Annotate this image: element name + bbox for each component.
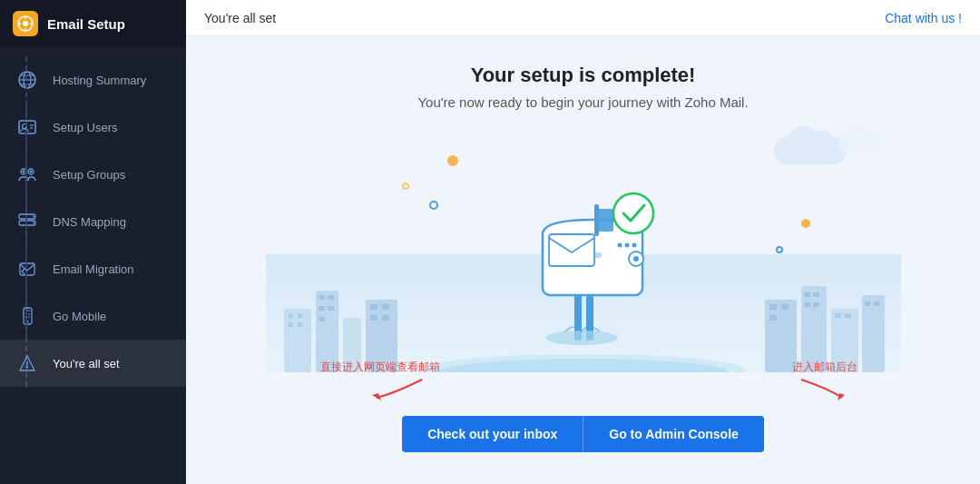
svg-rect-48: [382, 304, 389, 310]
sidebar-item-hosting-summary[interactable]: Hosting Summary: [0, 56, 186, 104]
svg-point-74: [632, 242, 636, 247]
users-icon: [13, 113, 42, 142]
svg-rect-23: [20, 263, 34, 275]
svg-rect-29: [25, 316, 27, 318]
svg-point-18: [30, 171, 33, 173]
svg-rect-62: [845, 313, 851, 318]
sidebar-item-dns-mapping[interactable]: DNS Mapping: [0, 198, 186, 245]
svg-rect-24: [24, 308, 32, 324]
svg-rect-52: [769, 304, 777, 310]
group-icon: [13, 160, 42, 189]
check-inbox-button[interactable]: Check out your inbox: [402, 416, 583, 452]
mobile-icon: [13, 301, 42, 331]
annotation-left: 直接进入网页端查看邮箱: [320, 360, 440, 402]
circle-deco-1: [429, 201, 438, 210]
svg-point-31: [26, 366, 28, 368]
svg-point-21: [33, 216, 34, 218]
svg-point-81: [545, 331, 618, 345]
svg-rect-47: [370, 304, 377, 310]
cloud-right: [774, 137, 847, 164]
arrow-left: [349, 375, 440, 402]
topbar-breadcrumb: You're all set: [204, 11, 276, 25]
svg-rect-63: [862, 295, 885, 372]
svg-rect-54: [769, 315, 777, 321]
svg-point-12: [23, 124, 27, 129]
svg-point-78: [613, 193, 653, 233]
svg-rect-11: [19, 121, 35, 133]
arrow-right: [792, 375, 865, 402]
sidebar-item-setup-users[interactable]: Setup Users: [0, 104, 186, 151]
illustration-area: [266, 128, 901, 372]
sidebar-item-dns-mapping-label: DNS Mapping: [53, 215, 126, 229]
annotation-left-text: 直接进入网页端查看邮箱: [320, 360, 440, 375]
dot-yellow-3: [801, 219, 810, 228]
migration-icon: [13, 254, 42, 283]
sidebar-item-email-migration-label: Email Migration: [53, 262, 134, 276]
dot-yellow-1: [447, 155, 458, 166]
svg-rect-35: [289, 313, 293, 318]
svg-rect-49: [370, 315, 377, 321]
globe-icon: [13, 65, 42, 94]
svg-point-72: [617, 242, 622, 247]
sidebar-item-hosting-summary-label: Hosting Summary: [53, 74, 146, 87]
sidebar-item-setup-groups[interactable]: Setup Groups: [0, 151, 186, 198]
sidebar-item-go-mobile-label: Go Mobile: [53, 310, 106, 323]
svg-rect-42: [318, 306, 325, 311]
setup-complete-subtitle: You're now ready to begin your journey w…: [417, 94, 748, 110]
svg-point-25: [27, 321, 29, 322]
svg-point-22: [33, 222, 34, 224]
svg-rect-30: [28, 316, 30, 318]
svg-rect-57: [813, 292, 819, 297]
main-content: You're all set Chat with us ! Your setup…: [186, 0, 980, 484]
svg-rect-77: [594, 204, 599, 236]
bottom-actions: Check out your inbox Go to Admin Console: [402, 407, 764, 466]
svg-rect-65: [874, 301, 879, 306]
sidebar-logo: [13, 11, 38, 36]
sidebar-item-go-mobile[interactable]: Go Mobile: [0, 292, 186, 340]
cloud-right-small: [838, 133, 883, 153]
svg-rect-37: [289, 322, 293, 327]
chat-link[interactable]: Chat with us !: [885, 11, 962, 25]
svg-point-17: [23, 171, 25, 173]
svg-rect-61: [835, 313, 841, 318]
complete-icon: [13, 349, 42, 378]
circle-deco-2: [776, 246, 783, 253]
annotation-right-text: 进入邮箱后台: [792, 360, 858, 375]
svg-rect-43: [328, 306, 334, 311]
topbar: You're all set Chat with us !: [186, 0, 980, 36]
svg-rect-36: [298, 313, 302, 318]
svg-marker-83: [838, 393, 845, 400]
sidebar-item-youre-all-set-label: You're all set: [53, 357, 120, 370]
svg-rect-75: [549, 234, 594, 266]
svg-rect-40: [318, 295, 325, 300]
sidebar-item-setup-users-label: Setup Users: [53, 121, 118, 134]
svg-marker-82: [372, 393, 381, 400]
svg-rect-76: [597, 209, 613, 232]
svg-point-1: [23, 21, 28, 26]
svg-rect-64: [865, 301, 870, 306]
svg-rect-59: [813, 302, 819, 307]
svg-rect-41: [328, 295, 334, 300]
svg-rect-38: [298, 322, 302, 327]
go-to-admin-console-button[interactable]: Go to Admin Console: [583, 416, 764, 452]
annotation-right: 进入邮箱后台: [792, 360, 865, 402]
setup-complete-title: Your setup is complete!: [471, 64, 696, 87]
svg-point-80: [633, 256, 639, 262]
svg-rect-53: [781, 304, 789, 310]
sidebar-item-setup-groups-label: Setup Groups: [53, 168, 125, 182]
sidebar-nav: Hosting Summary Setup Users: [0, 47, 186, 484]
sidebar-header: Email Setup: [0, 0, 186, 47]
svg-rect-34: [284, 309, 311, 372]
sidebar-app-title: Email Setup: [47, 16, 125, 32]
svg-rect-44: [318, 317, 325, 321]
sidebar-item-email-migration[interactable]: Email Migration: [0, 245, 186, 292]
svg-rect-50: [382, 315, 389, 321]
mailbox-illustration: [493, 154, 674, 345]
svg-rect-56: [804, 292, 810, 297]
dns-icon: [13, 207, 42, 236]
sidebar: Email Setup Hosting Summary: [0, 0, 186, 484]
dot-yellow-2: [402, 183, 409, 190]
svg-rect-27: [25, 313, 27, 315]
sidebar-item-youre-all-set[interactable]: You're all set: [0, 340, 186, 387]
svg-rect-58: [804, 302, 810, 307]
